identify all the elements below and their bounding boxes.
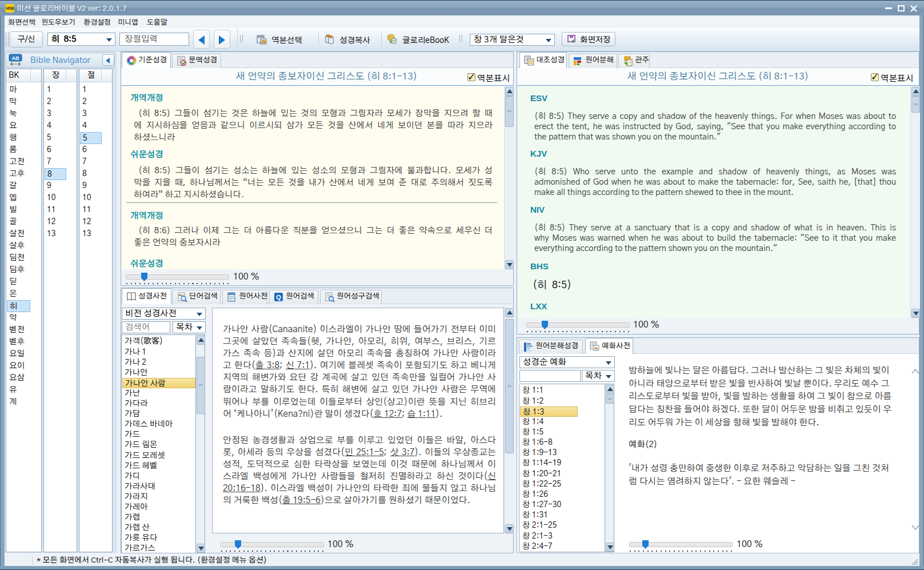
svg-text:Q: Q — [276, 294, 281, 301]
